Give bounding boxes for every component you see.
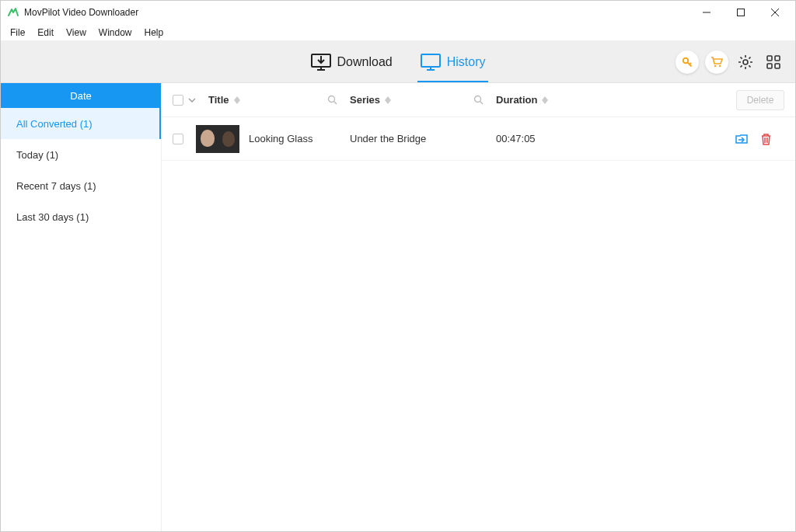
menu-help[interactable]: Help <box>138 26 170 40</box>
key-button[interactable] <box>676 50 699 74</box>
column-duration[interactable]: Duration <box>496 94 644 106</box>
video-thumbnail[interactable] <box>196 125 239 153</box>
svg-marker-22 <box>234 100 240 104</box>
search-icon[interactable] <box>327 95 337 105</box>
sort-icon <box>385 96 391 104</box>
titlebar: MovPilot Video Downloader <box>1 1 795 24</box>
menubar: File Edit View Window Help <box>1 24 795 41</box>
main: Date All Converted (1) Today (1) Recent … <box>1 83 795 531</box>
sidebar-item-all-converted[interactable]: All Converted (1) <box>1 108 161 139</box>
tab-download-label: Download <box>337 55 393 69</box>
menu-view[interactable]: View <box>60 26 93 40</box>
tab-history[interactable]: History <box>417 41 489 82</box>
app-logo-icon <box>7 6 19 19</box>
svg-rect-1 <box>738 9 745 16</box>
trash-icon[interactable] <box>760 133 772 145</box>
column-duration-label: Duration <box>496 94 537 106</box>
svg-rect-19 <box>767 64 772 68</box>
column-series[interactable]: Series <box>350 94 496 106</box>
sidebar: Date All Converted (1) Today (1) Recent … <box>1 83 162 531</box>
svg-rect-18 <box>775 56 780 61</box>
row-series: Under the Bridge <box>350 133 496 144</box>
content: Title Series <box>162 83 795 531</box>
close-button[interactable] <box>758 1 792 24</box>
gear-icon <box>738 54 753 70</box>
svg-point-16 <box>743 60 748 64</box>
table-row[interactable]: Looking Glass Under the Bridge 00:47:05 <box>162 117 795 161</box>
search-icon[interactable] <box>473 95 484 105</box>
svg-line-24 <box>334 102 337 105</box>
menu-edit[interactable]: Edit <box>31 26 60 40</box>
svg-rect-17 <box>767 56 772 61</box>
download-icon <box>311 54 331 71</box>
tab-history-label: History <box>447 55 486 69</box>
svg-point-15 <box>719 64 721 66</box>
sidebar-header[interactable]: Date <box>1 83 161 108</box>
svg-rect-20 <box>775 64 780 68</box>
minimize-button[interactable] <box>690 1 724 24</box>
svg-point-27 <box>475 96 481 103</box>
column-title[interactable]: Title <box>208 94 350 106</box>
app-title: MovPilot Video Downloader <box>24 7 138 18</box>
svg-marker-30 <box>542 100 548 104</box>
sidebar-item-recent-7-days[interactable]: Recent 7 days (1) <box>1 170 161 201</box>
sidebar-item-last-30-days[interactable]: Last 30 days (1) <box>1 201 161 232</box>
sidebar-item-label: All Converted (1) <box>16 118 93 130</box>
sort-icon <box>234 96 240 104</box>
svg-point-14 <box>714 64 716 66</box>
maximize-button[interactable] <box>724 1 758 24</box>
svg-marker-26 <box>385 100 391 104</box>
sidebar-item-label: Today (1) <box>16 149 58 161</box>
sidebar-item-label: Recent 7 days (1) <box>16 180 96 192</box>
select-all-checkbox[interactable] <box>173 95 183 106</box>
menu-file[interactable]: File <box>4 26 31 40</box>
column-series-label: Series <box>350 94 380 106</box>
menu-window[interactable]: Window <box>93 26 138 40</box>
svg-rect-8 <box>421 54 440 67</box>
svg-line-28 <box>480 102 484 105</box>
svg-point-23 <box>329 96 335 103</box>
open-folder-icon[interactable] <box>735 133 748 145</box>
column-title-label: Title <box>208 94 229 106</box>
grid-icon <box>766 55 780 69</box>
history-icon <box>421 54 441 71</box>
column-header: Title Series <box>162 83 795 117</box>
row-title: Looking Glass <box>249 133 350 144</box>
row-duration: 00:47:05 <box>496 133 644 144</box>
tab-download[interactable]: Download <box>308 41 396 82</box>
delete-button[interactable]: Delete <box>736 90 784 110</box>
delete-button-label: Delete <box>747 95 774 106</box>
svg-line-13 <box>690 63 691 64</box>
sort-icon <box>542 96 548 104</box>
cart-icon <box>710 56 723 68</box>
cart-button[interactable] <box>705 50 728 74</box>
row-checkbox[interactable] <box>173 134 183 144</box>
settings-button[interactable] <box>735 51 756 73</box>
toolbar: Download History <box>1 41 795 83</box>
key-icon <box>681 56 693 68</box>
sidebar-item-today[interactable]: Today (1) <box>1 139 161 170</box>
app-window: MovPilot Video Downloader File Edit View… <box>0 0 796 532</box>
chevron-down-icon[interactable] <box>188 96 196 104</box>
apps-button[interactable] <box>763 51 784 73</box>
sidebar-item-label: Last 30 days (1) <box>16 211 89 223</box>
